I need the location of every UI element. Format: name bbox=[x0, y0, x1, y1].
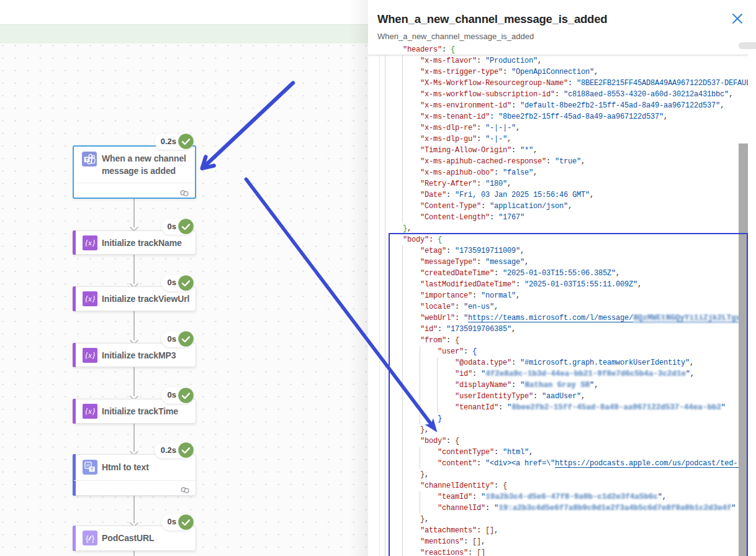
svg-text:{x}: {x} bbox=[84, 294, 95, 303]
svg-text:{x}: {x} bbox=[84, 350, 95, 360]
svg-text:{x}: {x} bbox=[84, 238, 95, 247]
svg-text:{x}: {x} bbox=[84, 406, 95, 416]
svg-text:{: { bbox=[86, 534, 89, 543]
svg-text:}: } bbox=[91, 534, 94, 543]
